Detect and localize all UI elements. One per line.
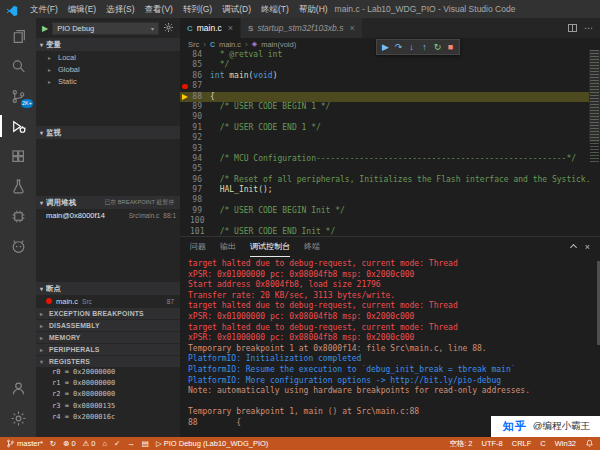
split-editor-icon[interactable] [568, 24, 577, 32]
variables-item-local[interactable]: ▸ Local [36, 51, 180, 63]
call-stack-section-header[interactable]: ▾ 调用堆栈 已在 BREAKPOINT 处暂停 [36, 196, 180, 209]
register-row[interactable]: r0 = 0x20000000 [36, 367, 180, 378]
glyph-margin[interactable] [180, 185, 190, 195]
test-beaker-icon[interactable] [0, 171, 36, 201]
breadcrumb-folder[interactable]: Src [188, 40, 199, 49]
debug-settings-gear-icon[interactable] [163, 19, 174, 37]
register-row[interactable]: r4 = 0x2000016c [36, 412, 180, 423]
debug-console-output[interactable]: target halted due to debug-request, curr… [180, 257, 596, 437]
menu-item[interactable]: 查看(V) [140, 0, 178, 18]
breakpoint-glyph-margin[interactable] [180, 81, 190, 91]
sync-icon[interactable]: ↻ [50, 439, 56, 448]
call-stack-frame[interactable]: main@0x8000f14 Src\main.c 88:1 [36, 209, 180, 222]
tab-output[interactable]: 输出 [220, 237, 236, 257]
search-icon[interactable] [0, 51, 36, 81]
account-icon[interactable] [0, 373, 36, 403]
encoding-status[interactable]: UTF-8 [481, 439, 502, 448]
execution-glyph-margin[interactable] [180, 92, 190, 102]
stop-button[interactable]: ■ [444, 40, 457, 54]
tab-main-c[interactable]: C main.c × [180, 18, 241, 38]
collapsed-section-header[interactable]: ▸ DISASSEMBLY [36, 319, 180, 331]
collapsed-section-header[interactable]: ▸ EXCEPTION BREAKPOINTS [36, 307, 180, 319]
menu-item[interactable]: 终端(T) [256, 0, 294, 18]
menu-item[interactable]: 帮助(H) [294, 0, 333, 18]
register-row[interactable]: r3 = 0x08000135 [36, 401, 180, 412]
glyph-margin[interactable] [180, 102, 190, 112]
minimap-slider[interactable] [589, 50, 600, 142]
tab-problems[interactable]: 问题 [190, 237, 206, 257]
source-control-icon[interactable]: 2K+ [0, 81, 36, 111]
registers-section-header[interactable]: ▾ REGISTERS [36, 355, 180, 367]
pio-terminal-icon[interactable]: ▤ [142, 439, 149, 448]
glyph-margin[interactable] [180, 50, 190, 60]
close-panel-icon[interactable]: × [585, 242, 590, 252]
glyph-margin[interactable] [180, 144, 190, 154]
explorer-icon[interactable] [0, 21, 36, 51]
glyph-margin[interactable] [180, 227, 190, 236]
start-debugging-icon[interactable]: ▶ [42, 24, 48, 33]
glyph-margin[interactable] [180, 164, 190, 174]
language-mode-status[interactable]: C [540, 439, 545, 448]
step-over-button[interactable]: ↷ [392, 40, 405, 54]
glyph-margin[interactable] [180, 60, 190, 70]
menu-item[interactable]: 调试(D) [217, 0, 256, 18]
collapsed-section-header[interactable]: ▸ MEMORY [36, 331, 180, 343]
breakpoint-folder: Src [82, 298, 92, 305]
register-row[interactable]: r1 = 0x00000000 [36, 378, 180, 389]
restart-button[interactable]: ↻ [431, 40, 444, 54]
close-tab-icon[interactable]: × [228, 23, 233, 33]
maximize-panel-icon[interactable] [570, 243, 577, 250]
peripherals-chip-icon[interactable] [0, 201, 36, 231]
run-and-debug-icon[interactable] [0, 111, 36, 141]
more-actions-icon[interactable]: ⋯ [584, 23, 593, 33]
step-into-button[interactable]: ↓ [405, 40, 418, 54]
continue-button[interactable]: ▶ [379, 40, 392, 54]
pio-upload-icon[interactable]: → [127, 439, 135, 448]
git-branch-status[interactable]: master* [6, 439, 43, 448]
menu-item[interactable]: 选择(S) [101, 0, 139, 18]
glyph-margin[interactable] [180, 112, 190, 122]
glyph-margin[interactable] [180, 133, 190, 143]
step-out-button[interactable]: ↑ [418, 40, 431, 54]
minimap[interactable] [589, 50, 600, 236]
breakpoint-dot-icon[interactable] [182, 84, 188, 90]
menu-item[interactable]: 转到(G) [178, 0, 217, 18]
register-row[interactable]: r2 = 0x08000000 [36, 389, 180, 400]
notifications-bell-icon[interactable] [585, 439, 594, 448]
watch-section-header[interactable]: ▾ 监视 [36, 126, 180, 139]
warning-count[interactable]: ⚠ 0 [83, 439, 96, 448]
close-tab-icon[interactable]: × [349, 23, 354, 33]
collapsed-section-header[interactable]: ▸ PERIPHERALS [36, 343, 180, 355]
tab-startup-asm[interactable]: S startup_stm32f103xb.s × [241, 18, 363, 38]
breakpoints-section-header[interactable]: ▾ 断点 [36, 282, 180, 295]
glyph-margin[interactable] [180, 175, 190, 185]
platform-status[interactable]: Win32 [555, 439, 576, 448]
pio-build-icon[interactable]: ✓ [114, 439, 120, 448]
tab-debug-console[interactable]: 调试控制台 [250, 237, 290, 257]
glyph-margin[interactable] [180, 206, 190, 216]
platformio-icon[interactable] [0, 231, 36, 261]
glyph-margin[interactable] [180, 154, 190, 164]
menu-item[interactable]: 文件(F) [25, 0, 63, 18]
menu-item[interactable]: 编辑(E) [63, 0, 101, 18]
glyph-margin[interactable] [180, 123, 190, 133]
eol-status[interactable]: CRLF [512, 439, 532, 448]
breakpoint-list-item[interactable]: main.c Src 87 [36, 295, 180, 307]
breadcrumb-file[interactable]: main.c [219, 40, 241, 49]
glyph-margin[interactable] [180, 195, 190, 205]
pio-home-icon[interactable]: ⌂ [103, 439, 108, 448]
error-count[interactable]: ⊗ 0 [63, 439, 75, 448]
debug-status[interactable]: ▷ PIO Debug (Lab10_WDG_PIO) [156, 439, 268, 448]
settings-gear-icon[interactable] [0, 403, 36, 433]
glyph-margin[interactable] [180, 216, 190, 226]
glyph-margin[interactable] [180, 71, 190, 81]
variables-item-global[interactable]: ▸ Global [36, 63, 180, 75]
launch-config-select[interactable]: PIO Debug ▾ [52, 22, 159, 35]
extensions-icon[interactable] [0, 141, 36, 171]
indentation-status[interactable]: 空格: 2 [449, 439, 472, 449]
variables-section-header[interactable]: ▾ 变量 [36, 38, 180, 51]
tab-terminal[interactable]: 终端 [304, 237, 320, 257]
code-editor[interactable]: 84 * @retval int85 */86int main(void)878… [180, 50, 589, 236]
variables-item-static[interactable]: ▸ Static [36, 75, 180, 87]
breadcrumb-symbol[interactable]: main(void) [261, 40, 296, 49]
